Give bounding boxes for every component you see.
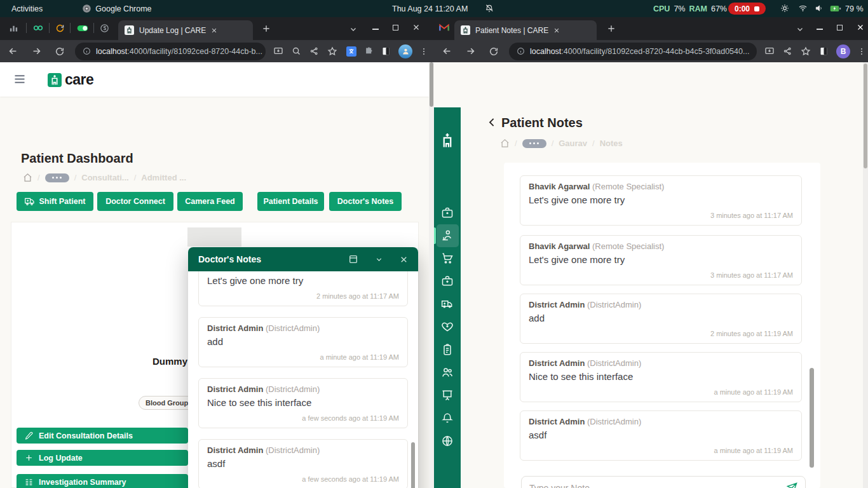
sidebar-item-users[interactable] — [441, 366, 454, 379]
forward-button[interactable] — [31, 46, 42, 57]
home-icon[interactable] — [500, 139, 510, 148]
sidebar-item-external-results[interactable] — [441, 343, 454, 356]
back-chevron-icon[interactable] — [487, 116, 498, 128]
breadcrumb: / / Consultati... / Admitted ... — [23, 173, 186, 182]
address-bar[interactable]: localhost:4000/facility/81092ced-8720-44… — [509, 43, 757, 60]
bookmark-star-icon[interactable] — [801, 46, 811, 57]
clock[interactable]: Thu Aug 24 11:20 AM — [392, 4, 468, 13]
sidebar-item-resource[interactable] — [441, 320, 454, 333]
activities-button[interactable]: Activities — [11, 4, 43, 13]
sidebar-care-logo[interactable] — [438, 132, 456, 149]
modal-header[interactable]: Doctor's Notes — [188, 247, 418, 271]
share-icon[interactable] — [783, 46, 792, 56]
pinned-tab-green-icon[interactable] — [33, 24, 43, 32]
breadcrumb-ellipsis[interactable] — [522, 139, 546, 148]
minimize-button[interactable] — [372, 29, 379, 30]
care-logo[interactable]: care — [48, 71, 93, 88]
sidebar-item-language[interactable] — [441, 435, 454, 447]
close-icon[interactable] — [400, 255, 408, 264]
tab-patient-notes[interactable]: Patient Notes | CARE — [454, 20, 597, 40]
chrome-menu-icon[interactable] — [857, 47, 866, 56]
site-info-icon[interactable] — [83, 47, 91, 55]
minimize-button[interactable] — [817, 29, 823, 30]
reader-extension-icon[interactable] — [381, 46, 391, 56]
home-icon[interactable] — [23, 173, 32, 182]
tab-search-chevron-icon[interactable] — [349, 25, 357, 33]
screen-recording-indicator[interactable]: 0:00 — [728, 3, 766, 15]
pinned-tab-gmail-icon[interactable] — [439, 24, 449, 32]
pinned-tab-stats-icon[interactable] — [9, 24, 18, 33]
window-scrollbar-thumb[interactable] — [430, 62, 433, 107]
sidebar-item-assets[interactable] — [441, 252, 454, 264]
focused-app-indicator[interactable]: Google Chrome — [82, 4, 151, 13]
maximize-button[interactable] — [837, 25, 843, 30]
chrome-menu-icon[interactable] — [419, 47, 428, 56]
note-input[interactable] — [529, 483, 787, 488]
reload-button[interactable] — [55, 46, 65, 57]
profile-avatar[interactable]: B — [836, 44, 850, 58]
back-button[interactable] — [442, 46, 452, 57]
new-tab-button[interactable] — [607, 24, 616, 33]
popout-window-icon[interactable] — [348, 254, 358, 264]
sidebar-item-facility[interactable] — [441, 207, 454, 219]
patient-details-button[interactable]: Patient Details — [257, 192, 324, 211]
sidebar-item-sample-test[interactable] — [441, 274, 454, 287]
sidebar-item-notice-board[interactable] — [441, 389, 454, 402]
install-app-icon[interactable] — [273, 46, 283, 57]
camera-feed-button[interactable]: Camera Feed — [177, 192, 243, 211]
close-window-button[interactable] — [412, 24, 420, 31]
sidebar-item-patients[interactable] — [441, 229, 454, 241]
new-tab-button[interactable] — [262, 24, 271, 33]
breadcrumb-ellipsis[interactable] — [45, 173, 69, 182]
extension-icon[interactable] — [364, 46, 374, 56]
care-logo-icon — [48, 73, 62, 87]
sidebar-item-notifications[interactable] — [441, 412, 454, 424]
sidebar-item-shifting[interactable] — [441, 297, 454, 310]
tab-close-icon[interactable] — [211, 27, 217, 34]
breadcrumb-consultation[interactable]: Consultati... — [81, 173, 128, 182]
notes-list[interactable]: Bhavik Agarwal (Remote Specialist) Let's… — [520, 175, 802, 461]
back-button[interactable] — [8, 46, 18, 57]
log-update-button[interactable]: Log Update — [17, 450, 188, 466]
edit-consultation-button[interactable]: Edit Consultation Details — [17, 428, 188, 444]
cpu-label: CPU — [653, 4, 670, 13]
volume-icon[interactable] — [815, 4, 824, 13]
zoom-icon[interactable] — [292, 46, 301, 56]
notes-scrollbar-thumb[interactable] — [810, 368, 814, 468]
tab-update-log[interactable]: Update Log | CARE — [118, 20, 253, 40]
reader-extension-icon[interactable] — [819, 46, 829, 56]
edit-consultation-label: Edit Consultation Details — [39, 431, 133, 440]
window-scrollbar-thumb[interactable] — [864, 64, 867, 168]
address-bar[interactable]: localhost:4000/facility/81092ced-8720-44… — [75, 43, 266, 60]
tab-search-chevron-icon[interactable] — [796, 25, 804, 33]
reload-button[interactable] — [489, 46, 499, 57]
pinned-tab-sync-icon[interactable] — [55, 24, 65, 33]
bookmark-star-icon[interactable] — [327, 46, 337, 57]
investigation-summary-button[interactable]: Investigation Summary — [17, 474, 188, 488]
maximize-button[interactable] — [393, 25, 398, 30]
forward-button[interactable] — [465, 46, 476, 57]
share-icon[interactable] — [309, 46, 319, 56]
hamburger-menu-icon[interactable] — [14, 74, 25, 84]
site-info-icon[interactable] — [517, 47, 525, 55]
modal-notes-list[interactable]: Let's give one more try 2 minutes ago at… — [188, 271, 418, 488]
chevron-down-icon[interactable] — [375, 255, 383, 264]
wifi-icon[interactable] — [798, 4, 808, 13]
send-icon[interactable] — [787, 482, 797, 488]
tab-close-icon[interactable] — [553, 27, 560, 34]
battery-indicator[interactable]: 79 % — [830, 4, 864, 13]
profile-avatar[interactable] — [398, 44, 412, 58]
pinned-tab-globe-icon[interactable] — [100, 24, 109, 33]
install-app-icon[interactable] — [764, 46, 775, 57]
notifications-muted-icon[interactable] — [485, 4, 494, 13]
translate-extension-icon[interactable] — [346, 46, 356, 57]
breadcrumb-patient[interactable]: Gaurav — [559, 139, 587, 148]
pinned-tab-toggle-icon[interactable] — [77, 25, 88, 32]
shift-patient-button[interactable]: Shift Patient — [17, 192, 93, 211]
close-window-button[interactable] — [857, 24, 864, 31]
brightness-icon[interactable] — [780, 4, 789, 13]
doctors-notes-button[interactable]: Doctor's Notes — [329, 192, 402, 211]
doctor-connect-button[interactable]: Doctor Connect — [97, 192, 173, 211]
window-scrollbar[interactable] — [429, 62, 434, 488]
modal-scrollbar-thumb[interactable] — [411, 442, 415, 488]
